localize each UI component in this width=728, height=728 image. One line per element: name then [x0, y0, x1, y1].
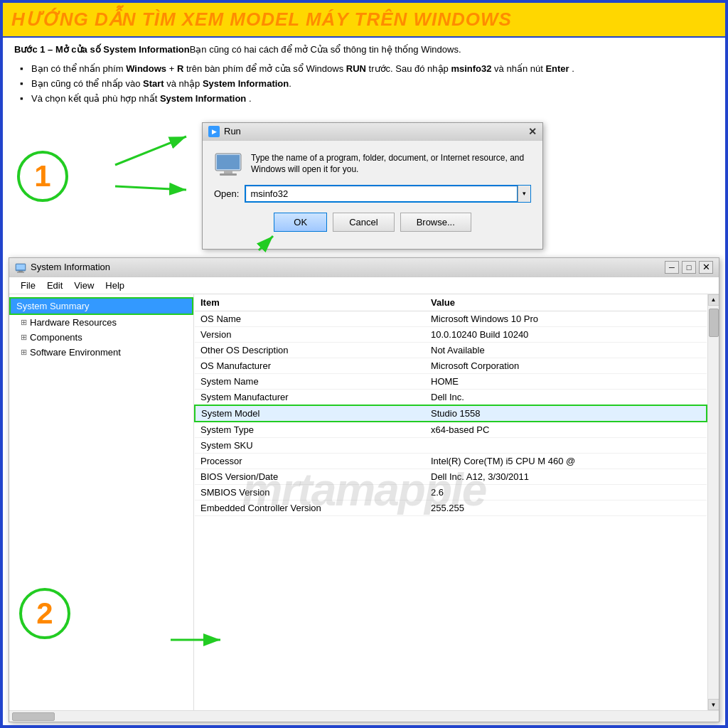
run-dialog-titlebar: ▶ Run ✕: [203, 123, 542, 141]
scrollbar-down-button[interactable]: ▼: [708, 699, 719, 710]
sidebar-system-summary-label: System Summary: [16, 301, 90, 311]
sysinfo-main: Item Value OS Name Microsoft Windows 10 …: [194, 294, 707, 710]
table-row: Embedded Controller Version 255.255: [195, 500, 707, 515]
table-row: System SKU: [195, 437, 707, 453]
menu-help[interactable]: Help: [100, 279, 130, 292]
menu-edit[interactable]: Edit: [41, 279, 68, 292]
sysinfo-scrollbar[interactable]: ▲ ▼: [707, 294, 719, 710]
run-input-wrapper[interactable]: msinfo32 ▾: [245, 185, 531, 203]
row-other-os-item: Other OS Description: [195, 342, 425, 358]
run-dialog-input-row: Open: msinfo32 ▾: [214, 185, 531, 203]
run-dialog-close-button[interactable]: ✕: [528, 126, 537, 137]
bullet-2: Bạn cũng có thể nhấp vào Start và nhập S…: [20, 77, 714, 92]
run-input-dropdown[interactable]: ▾: [518, 186, 530, 202]
run-dialog-body: Type the name of a program, folder, docu…: [203, 141, 542, 249]
table-row: System Name HOME: [195, 373, 707, 389]
run-icon: ▶: [208, 126, 220, 137]
maximize-button[interactable]: □: [682, 261, 696, 274]
sysinfo-titlebar-left: System Information: [15, 262, 110, 273]
run-browse-button[interactable]: Browse...: [400, 213, 471, 232]
table-row-highlighted: System Model Studio 1558: [195, 405, 707, 422]
row-smbios-item: SMBIOS Version: [195, 484, 425, 500]
sysinfo-titlebar: System Information ─ □ ✕: [9, 258, 719, 277]
table-row: System Manufacturer Dell Inc.: [195, 389, 707, 405]
run-open-label: Open:: [214, 188, 239, 199]
row-sys-type-value: x64-based PC: [425, 422, 707, 438]
row-sys-sku-value: [425, 437, 707, 453]
scrollbar-thumb[interactable]: [709, 309, 719, 337]
row-os-name-item: OS Name: [195, 311, 425, 326]
bullet-1: Bạn có thể nhấn phím Windows + R trên bà…: [20, 62, 714, 77]
table-row: OS Name Microsoft Windows 10 Pro: [195, 311, 707, 326]
sidebar-hardware-resources[interactable]: ⊞ Hardware Resources: [9, 315, 193, 330]
svg-rect-4: [217, 155, 240, 169]
svg-line-1: [115, 136, 186, 165]
row-sys-sku-item: System SKU: [195, 437, 425, 453]
step-label: Bước 1 – Mở cửa số System Information: [14, 44, 190, 55]
table-row: OS Manufacturer Microsoft Corporation: [195, 358, 707, 373]
sidebar-hardware-label: Hardware Resources: [30, 317, 117, 328]
article-subtitle: Bước 1 – Mở cửa số System InformationBạn…: [14, 43, 714, 56]
svg-rect-5: [224, 171, 232, 173]
row-processor-item: Processor: [195, 453, 425, 469]
run-dialog-title: Run: [224, 126, 241, 136]
sidebar-software-environment[interactable]: ⊞ Software Environment: [9, 345, 193, 360]
sysinfo-sidebar: System Summary ⊞ Hardware Resources ⊞ Co…: [9, 294, 194, 710]
sidebar-system-summary[interactable]: System Summary: [9, 297, 193, 315]
row-other-os-value: Not Available: [425, 342, 707, 358]
close-button[interactable]: ✕: [699, 261, 713, 274]
svg-line-2: [115, 186, 186, 190]
row-processor-value: Intel(R) Core(TM) i5 CPU M 460 @: [425, 453, 707, 469]
sidebar-components-label: Components: [30, 332, 82, 343]
hscrollbar-thumb[interactable]: [12, 712, 55, 721]
sidebar-components[interactable]: ⊞ Components: [9, 330, 193, 345]
run-input-value: msinfo32: [250, 188, 288, 199]
row-sys-type-item: System Type: [195, 422, 425, 438]
run-ok-button[interactable]: OK: [274, 213, 327, 232]
row-bios-value: Dell Inc. A12, 3/30/2011: [425, 469, 707, 484]
run-input-field[interactable]: msinfo32: [245, 186, 518, 202]
row-os-name-value: Microsoft Windows 10 Pro: [425, 311, 707, 326]
row-os-mfg-value: Microsoft Corporation: [425, 358, 707, 373]
number-1-circle: 1: [17, 151, 68, 202]
row-sys-name-item: System Name: [195, 373, 425, 389]
row-sys-model-item: System Model: [195, 405, 425, 422]
sysinfo-table-body: OS Name Microsoft Windows 10 Pro Version…: [195, 311, 707, 515]
run-cancel-button[interactable]: Cancel: [333, 213, 394, 232]
run-computer-icon: [214, 152, 242, 178]
run-dialog-desc: Type the name of a program, folder, docu…: [214, 152, 531, 178]
sysinfo-body: System Summary ⊞ Hardware Resources ⊞ Co…: [9, 294, 719, 710]
bullet-list: Bạn có thể nhấn phím Windows + R trên bà…: [14, 62, 714, 106]
run-dialog-desc-text: Type the name of a program, folder, docu…: [251, 152, 531, 176]
sysinfo-hscrollbar[interactable]: [9, 710, 719, 722]
run-dialog: ▶ Run ✕ Type the name of a program, fold…: [202, 122, 543, 250]
row-sys-mfg-item: System Manufacturer: [195, 389, 425, 405]
number-2-label: 2: [36, 596, 53, 631]
row-ec-item: Embedded Controller Version: [195, 500, 425, 515]
scrollbar-up-button[interactable]: ▲: [708, 294, 719, 306]
title-bar: HƯỚNG DẪN TÌM XEM MODEL MÁY TRÊN WINDOWS: [3, 3, 725, 38]
svg-rect-6: [220, 173, 237, 176]
row-sys-model-value: Studio 1558: [425, 405, 707, 422]
row-ec-value: 255.255: [425, 500, 707, 515]
row-sys-name-value: HOME: [425, 373, 707, 389]
tree-expand-icon-3: ⊞: [21, 348, 27, 357]
col-value: Value: [425, 294, 707, 311]
svg-rect-11: [18, 271, 23, 272]
minimize-button[interactable]: ─: [665, 261, 679, 274]
row-bios-item: BIOS Version/Date: [195, 469, 425, 484]
menu-view[interactable]: View: [68, 279, 100, 292]
sysinfo-window: mrtamapple System Information ─ □: [9, 257, 719, 722]
sidebar-software-label: Software Environment: [30, 347, 121, 358]
sysinfo-titlebar-right: ─ □ ✕: [665, 261, 713, 274]
table-row: Processor Intel(R) Core(TM) i5 CPU M 460…: [195, 453, 707, 469]
table-row: BIOS Version/Date Dell Inc. A12, 3/30/20…: [195, 469, 707, 484]
sysinfo-window-title: System Information: [31, 262, 110, 272]
outer-container: HƯỚNG DẪN TÌM XEM MODEL MÁY TRÊN WINDOWS…: [3, 3, 725, 725]
tree-expand-icon-2: ⊞: [21, 333, 27, 342]
page-title: HƯỚNG DẪN TÌM XEM MODEL MÁY TRÊN WINDOWS: [11, 9, 717, 31]
bottom-section: mrtamapple System Information ─ □: [3, 257, 725, 725]
table-row: System Type x64-based PC: [195, 422, 707, 438]
number-2-circle: 2: [19, 588, 70, 639]
menu-file[interactable]: File: [15, 279, 41, 292]
